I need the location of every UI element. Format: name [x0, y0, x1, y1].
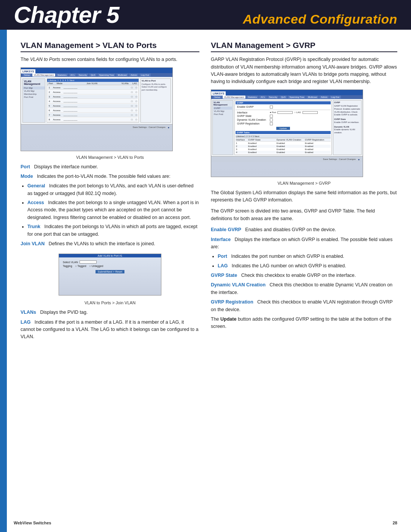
gvrp-table-row-4: 4 Enabled Enabled Enabled	[236, 151, 331, 154]
submit-join-vlan-button[interactable]: Submit/Next > Reset	[96, 270, 124, 273]
sim-content-area: VLANManagement Port Mgt VLAN Mgt Members…	[21, 77, 172, 124]
bullet-port-gvrp: Port Indicates the port number on which …	[218, 253, 397, 260]
sim-table-row: 3Access___________□□	[48, 95, 138, 99]
field-mode-desc: Indicates the port-to-VLAN mode. The pos…	[37, 174, 170, 179]
right-column: VLAN Management > GVRP GARP VLAN Registr…	[211, 40, 397, 343]
gvrp-state-name: GVRP State	[211, 273, 237, 278]
left-intro-text: The VLAN to Ports The VLAN to Ports scre…	[21, 56, 199, 63]
gvrp-dynamic-checkbox	[270, 118, 273, 121]
footer-right: 28	[393, 521, 397, 525]
enable-gvrp-def: Enable GVRP Enables and disables GVRP on…	[211, 226, 397, 233]
sim-right-panel: VLAN to Port Configure VLANs to ports. S…	[140, 78, 171, 123]
gvrp-tab-spanning: Spanning Tree	[288, 96, 306, 99]
gvrp-sim-sidebar: VLANManagement GVRP VLAN Mgt Port Pvid	[212, 100, 233, 155]
bullet-port-gvrp-name: Port	[218, 254, 227, 259]
gvrp-table-row-1: 1 Enabled Enabled Enabled	[236, 142, 331, 145]
gvrp-sim-tabs: Setup VLAN Management Statistics ACL Sec…	[211, 95, 363, 99]
gvrp-dynamic-row: Dynamic VLAN Creation	[237, 118, 329, 121]
gvrp-reg-row: GVRP Registration	[237, 122, 329, 125]
page-header: Chapter 5 Advanced Configuration	[0, 0, 411, 30]
gvrp-table-col-headers: Interface GVRP State Dynamic VLAN Creati…	[236, 138, 331, 142]
sim-main-table: Lifetime12345Next PortModeJoin VLANVLANs…	[47, 78, 139, 123]
sim-tab-qos: QoS	[89, 73, 97, 77]
gvrp-lag-input	[303, 111, 318, 114]
screen1-caption: VLAN Management > VLAN to Ports	[21, 155, 199, 160]
enable-gvrp-name: Enable GVRP	[211, 227, 241, 232]
sim-tab-admin: Admin	[129, 73, 139, 77]
field-mode-def: Mode Indicates the port-to-VLAN mode. Th…	[21, 173, 199, 180]
bullet-access-name: Access	[27, 200, 44, 205]
footer-left: WebView Switches	[14, 521, 51, 525]
sim-tab-spanning: Spanning Tree	[97, 73, 115, 77]
gvrp-port-input	[277, 111, 293, 114]
gvrp-port-radio: ● Port	[270, 111, 276, 113]
dynamic-vlan-name: Dynamic VLAN Creation	[211, 282, 266, 288]
field-lag-desc: Indicates if the port is a member of a L…	[21, 320, 198, 340]
gvrp-update-button[interactable]: Update	[276, 127, 290, 130]
blue-sidebar-accent	[0, 30, 7, 532]
gvrp-divider	[236, 110, 331, 110]
right-intro-text: GARP VLAN Registration Protocol (GVRP) i…	[211, 56, 397, 86]
gvrp-sim-header: LINKSYS	[211, 90, 363, 95]
field-joinvlan-name: Join VLAN	[21, 241, 45, 246]
right-section-heading: VLAN Management > GVRP	[211, 40, 397, 52]
sim-tab-stats: Statistics	[56, 73, 68, 77]
bullet-trunk-desc: Indicates the port belongs to VLANs in w…	[27, 224, 198, 236]
sim-tab-vlan: VLAN Management	[32, 73, 55, 77]
screen2-caption: VLAN to Ports > Join VLAN	[21, 300, 199, 305]
gvrp-state-row: GVRP State	[237, 115, 329, 118]
gvrp-lag-radio: ○ LAG	[294, 111, 301, 113]
bullet-port-gvrp-desc: Indicates the port number on which GVRP …	[231, 254, 344, 259]
gvrp-enable-label: Enable GVRP	[237, 105, 268, 108]
gvrp-update-row: Update	[236, 127, 331, 130]
vlan-to-ports-italic: VLAN to Ports	[30, 57, 60, 62]
sim-tab-acl: ACL	[69, 73, 76, 77]
field-joinvlan-desc: Defines the VLANs to which the interface…	[49, 241, 155, 246]
join-title-bar: Add VLAN to Port #1	[59, 254, 161, 257]
gvrp-sim-form: GVRP Enable GVRP Interface ● Port ○ LAG	[234, 100, 332, 155]
field-vlans-desc: Displays the PVID tag.	[40, 310, 88, 315]
sim-footer: Save Settings · Cancel Changes ●	[21, 124, 172, 130]
gvrp-enable-checkbox	[270, 105, 273, 109]
gvrp-sim-footer: Save Settings · Cancel Changes ●	[211, 156, 363, 162]
sim-table-row: 5Access___________□□	[48, 104, 138, 108]
gvrp-table-columns: Lifetime12345Next	[236, 135, 331, 138]
field-port-name: Port	[21, 164, 30, 169]
screenshot-join-vlan: Add VLAN to Port #1 Select VLAN Tagging …	[59, 254, 161, 296]
gvrp-tab-vlan: VLAN Management	[223, 96, 245, 99]
sim-header-bar: LINKSYS	[21, 68, 172, 73]
field-lag-def: LAG Indicates if the port is a member of…	[21, 319, 199, 341]
gvrp-state-checkbox	[270, 115, 273, 118]
gvrp-dynamic-label: Dynamic VLAN Creation	[237, 118, 268, 121]
join-tagged-option: ○ Tagged	[75, 265, 86, 267]
gvrp-tab-security: Security	[268, 96, 279, 99]
gvrp-reg-label: GVRP Registration	[237, 122, 268, 125]
update-desc-text: button adds the configured GVRP setting …	[211, 316, 391, 329]
gvrp-tab-admin: Admin	[319, 96, 329, 99]
gvrp-screen-divided-text: The GVRP screen is divided into two area…	[211, 208, 397, 222]
join-vlan-screenshot-wrapper: Add VLAN to Port #1 Select VLAN Tagging …	[21, 250, 199, 299]
field-port-desc: Displays the interface number.	[34, 164, 98, 169]
gvrp-tab-stats: Statistics	[246, 96, 258, 99]
join-untagged-option: ○ Untagged	[89, 265, 104, 267]
gvrp-table-header: GVRP Table	[236, 131, 331, 134]
gvrp-state-label: GVRP State	[237, 115, 268, 117]
gvrp-sim-help: GVRP GARP VLAN Registration Protocol. En…	[333, 100, 362, 155]
enable-gvrp-desc: Enables and disables GVRP on the device.	[245, 227, 336, 232]
content-area: VLAN Management > VLAN to Ports The VLAN…	[7, 30, 411, 354]
gvrp-tab-qos: QoS	[279, 96, 287, 99]
bullet-trunk-name: Trunk	[27, 224, 40, 229]
bullet-general: General Indicates the port belongs to VL…	[27, 182, 199, 197]
field-vlans-def: VLANs Displays the PVID tag.	[21, 309, 199, 316]
screenshot-gvrp: LINKSYS Setup VLAN Management Statistics…	[211, 89, 363, 177]
sim-table-row: 8Access___________□□	[48, 118, 138, 122]
gvrp-reg-def: GVRP Registration Check this checkbox to…	[211, 299, 397, 313]
gvrp-table-row-2: 2 Enabled Enabled Enabled	[236, 145, 331, 148]
bullet-general-desc: Indicates the port belongs to VLANs, and…	[27, 183, 193, 196]
gvrp-interface-options: ● Port ○ LAG	[270, 111, 318, 114]
gvrp-tab-setup: Setup	[213, 96, 222, 99]
left-section-heading: VLAN Management > VLAN to Ports	[21, 40, 199, 52]
left-column: VLAN Management > VLAN to Ports The VLAN…	[21, 40, 199, 343]
gvrp-reg-checkbox	[270, 122, 273, 125]
screenshot-vlan-ports: LINKSYS Setup VLAN Management Statistics…	[21, 67, 173, 151]
